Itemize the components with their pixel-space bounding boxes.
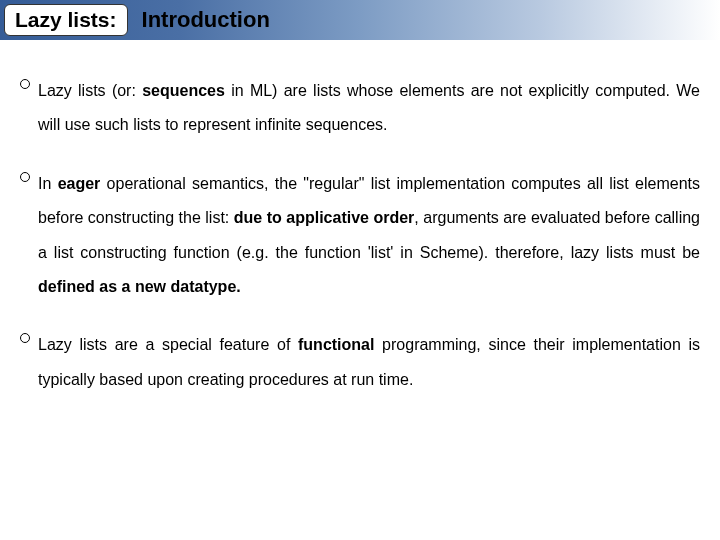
text-fragment: Lazy lists (or: [38,82,142,99]
circle-bullet-icon [20,79,30,89]
slide: Lazy lists: Introduction Lazy lists (or:… [0,0,720,540]
text-fragment: Lazy lists are a special feature of [38,336,298,353]
bold-text: defined as a new datatype. [38,278,241,295]
bullet-text: Lazy lists are a special feature of func… [38,328,700,397]
header-band: Lazy lists: Introduction [0,0,720,40]
text-fragment: In [38,175,58,192]
circle-bullet-icon [20,172,30,182]
bullet-item: Lazy lists (or: sequences in ML) are lis… [20,74,700,143]
bold-text: due to applicative order [234,209,415,226]
bold-text: eager [58,175,101,192]
bullet-item: In eager operational semantics, the "reg… [20,167,700,305]
bold-text: functional [298,336,374,353]
bold-text: sequences [142,82,225,99]
bullet-text: In eager operational semantics, the "reg… [38,167,700,305]
bullet-item: Lazy lists are a special feature of func… [20,328,700,397]
topic-badge: Lazy lists: [4,4,128,36]
bullet-text: Lazy lists (or: sequences in ML) are lis… [38,74,700,143]
circle-bullet-icon [20,333,30,343]
content-area: Lazy lists (or: sequences in ML) are lis… [0,40,720,431]
slide-title: Introduction [142,7,270,33]
